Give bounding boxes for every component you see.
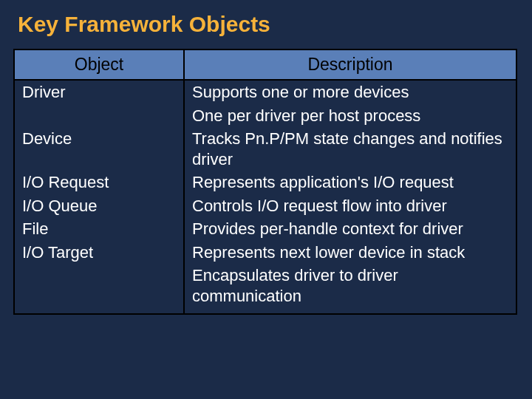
table-row: I/O Request Represents application's I/O… xyxy=(14,171,516,194)
table-row: Encapsulates driver to driver communicat… xyxy=(14,264,516,314)
cell-object xyxy=(14,264,184,314)
table-row: I/O Target Represents next lower device … xyxy=(14,241,516,265)
table-row: File Provides per-handle context for dri… xyxy=(14,217,516,241)
framework-objects-table: Object Description Driver Supports one o… xyxy=(13,49,517,315)
page-title: Key Framework Objects xyxy=(18,12,519,37)
cell-object xyxy=(14,104,184,128)
cell-description: Controls I/O request flow into driver xyxy=(184,194,516,218)
cell-description: Represents next lower device in stack xyxy=(184,241,516,265)
col-header-description: Description xyxy=(184,50,516,80)
cell-description: Encapsulates driver to driver communicat… xyxy=(184,264,516,314)
cell-description: Represents application's I/O request xyxy=(184,171,516,194)
table-row: One per driver per host process xyxy=(14,104,516,128)
table-row: Driver Supports one or more devices xyxy=(14,80,516,104)
cell-object: I/O Request xyxy=(14,171,184,194)
cell-description: Provides per-handle context for driver xyxy=(184,217,516,241)
col-header-object: Object xyxy=(14,50,184,80)
cell-object: I/O Target xyxy=(14,241,184,265)
cell-object: I/O Queue xyxy=(14,194,184,218)
cell-object: Device xyxy=(14,127,184,171)
cell-description: One per driver per host process xyxy=(184,104,516,128)
table-row: Device Tracks Pn.P/PM state changes and … xyxy=(14,127,516,171)
cell-description: Tracks Pn.P/PM state changes and notifie… xyxy=(184,127,516,171)
table-header-row: Object Description xyxy=(14,50,516,80)
cell-object: Driver xyxy=(14,80,184,104)
cell-description: Supports one or more devices xyxy=(184,80,516,104)
slide: Key Framework Objects Object Description… xyxy=(0,0,532,399)
table-row: I/O Queue Controls I/O request flow into… xyxy=(14,194,516,218)
cell-object: File xyxy=(14,217,184,241)
